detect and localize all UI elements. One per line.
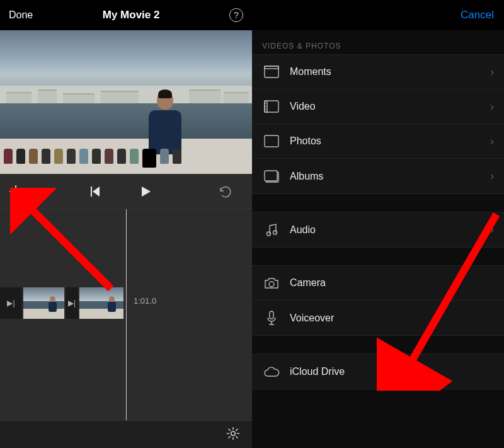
cancel-button[interactable]: Cancel <box>461 9 494 21</box>
settings-button[interactable] <box>226 426 241 444</box>
svg-rect-14 <box>270 311 273 319</box>
prev-frame-button[interactable] <box>88 185 113 198</box>
list-item-label: iCloud Drive <box>281 366 494 377</box>
timeline-clip[interactable]: ▶| <box>0 287 22 319</box>
svg-point-13 <box>269 282 274 287</box>
clip-start-icon: ▶| <box>7 299 14 307</box>
capture-group: Camera Voiceover <box>252 265 504 336</box>
icloud-icon <box>262 366 281 377</box>
video-preview[interactable] <box>0 30 252 174</box>
list-item-icloud-drive[interactable]: iCloud Drive <box>252 354 504 389</box>
chevron-right-icon: › <box>490 100 494 113</box>
svg-point-0 <box>231 431 235 435</box>
add-media-button[interactable] <box>9 185 34 198</box>
clip-start-icon: ▶| <box>68 299 76 307</box>
playhead[interactable] <box>126 209 127 420</box>
chevron-right-icon: › <box>490 169 494 183</box>
svg-rect-3 <box>265 101 278 112</box>
audio-group: Audio › <box>252 212 504 248</box>
svg-point-7 <box>265 109 266 110</box>
list-item-label: Voiceover <box>281 313 494 324</box>
list-item-video[interactable]: Video › <box>252 89 504 124</box>
moments-icon <box>262 66 281 78</box>
list-item-moments[interactable]: Moments › <box>252 55 504 89</box>
timeline-clip[interactable] <box>23 287 64 319</box>
svg-rect-8 <box>265 135 278 147</box>
camera-icon <box>262 277 281 289</box>
editor-panel: Done My Movie 2 ? <box>0 0 252 448</box>
transport-bar <box>0 174 252 209</box>
play-button[interactable] <box>139 185 164 198</box>
done-button[interactable]: Done <box>9 9 33 21</box>
section-header-videos-photos: VIDEOS & PHOTOS <box>252 30 504 54</box>
list-item-photos[interactable]: Photos › <box>252 124 504 159</box>
svg-rect-2 <box>265 66 278 69</box>
list-item-label: Photos <box>281 135 490 147</box>
list-item-camera[interactable]: Camera <box>252 266 504 301</box>
photos-icon <box>262 135 281 147</box>
chevron-right-icon: › <box>490 135 494 148</box>
svg-rect-10 <box>265 171 277 181</box>
project-title: My Movie 2 <box>103 9 160 21</box>
list-item-label: Video <box>281 101 490 112</box>
list-item-label: Camera <box>281 277 494 289</box>
media-group: Moments › Video › Photos › Albums › <box>252 54 504 194</box>
list-item-label: Albums <box>281 171 490 182</box>
timeline-clip[interactable]: ▶| <box>66 287 78 319</box>
timeline-clip[interactable] <box>79 287 123 319</box>
list-item-audio[interactable]: Audio › <box>252 212 504 247</box>
list-item-voiceover[interactable]: Voiceover <box>252 301 504 335</box>
media-browser-panel: Cancel VIDEOS & PHOTOS Moments › Video ›… <box>252 0 504 448</box>
editor-nav-bar: Done My Movie 2 ? <box>0 0 252 30</box>
list-item-albums[interactable]: Albums › <box>252 159 504 193</box>
help-button[interactable]: ? <box>229 8 243 22</box>
list-item-label: Audio <box>281 224 490 236</box>
list-item-label: Moments <box>281 66 490 78</box>
voiceover-icon <box>262 311 281 326</box>
undo-button[interactable] <box>218 185 243 198</box>
editor-bottom-bar <box>0 420 252 448</box>
audio-icon <box>262 223 281 237</box>
timeline[interactable]: ▶| ▶| 1:01.0 <box>0 209 252 420</box>
svg-rect-1 <box>265 66 278 78</box>
svg-point-5 <box>265 103 266 104</box>
svg-point-6 <box>265 106 266 107</box>
chevron-right-icon: › <box>490 223 494 236</box>
video-icon <box>262 100 281 113</box>
chevron-right-icon: › <box>490 66 494 79</box>
cloud-group: iCloud Drive <box>252 353 504 389</box>
browser-nav-bar: Cancel <box>252 0 504 30</box>
albums-icon <box>262 170 281 183</box>
playhead-time: 1:01.0 <box>134 296 156 306</box>
